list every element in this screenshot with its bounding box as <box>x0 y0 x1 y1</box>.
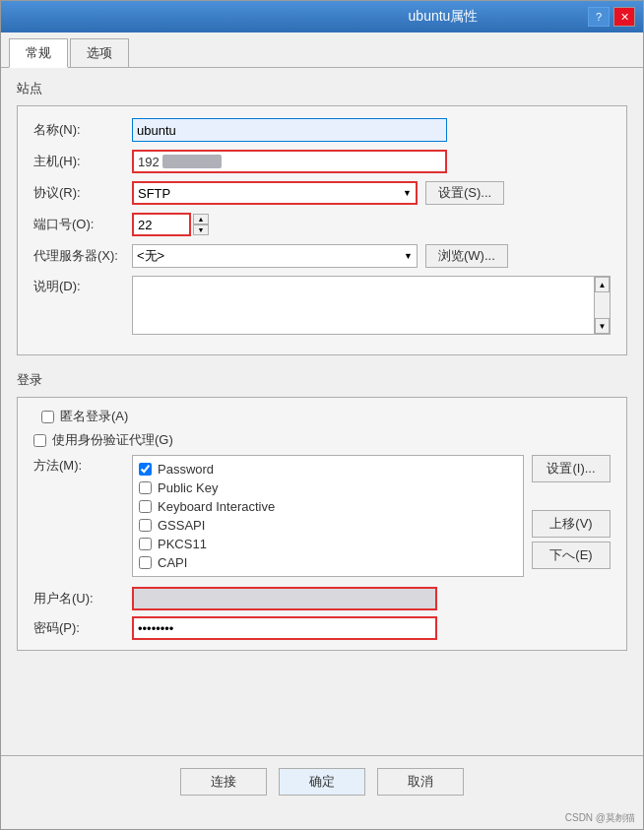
method-row: 方法(M): Password Public Key <box>33 455 611 577</box>
method-checkbox-publickey[interactable] <box>139 481 152 494</box>
method-buttons: 设置(I)... 上移(V) 下へ(E) <box>532 455 611 569</box>
watermark: CSDN @莫刎猫 <box>1 811 643 829</box>
login-section: 登录 匿名登录(A) 使用身份验证代理(G) 方法(M): <box>17 371 627 651</box>
method-item-capi: CAPI <box>137 553 519 572</box>
agent-checkbox[interactable] <box>33 434 46 447</box>
ok-button[interactable]: 确定 <box>279 768 365 796</box>
method-down-btn[interactable]: 下へ(E) <box>532 542 611 569</box>
desc-row: 说明(D): ▲ ▼ <box>33 276 611 335</box>
password-input[interactable] <box>132 616 437 640</box>
proxy-select[interactable]: <无> ▼ <box>132 244 418 268</box>
method-label-publickey: Public Key <box>158 480 218 495</box>
close-button[interactable]: ✕ <box>613 7 635 27</box>
title-bar: ubuntu属性 ? ✕ <box>1 1 643 32</box>
dialog: ubuntu属性 ? ✕ 常规 选项 站点 名称(N): <box>0 0 644 830</box>
host-ip-visible: 192 <box>138 155 160 169</box>
site-section-title: 站点 <box>17 80 627 97</box>
method-up-btn[interactable]: 上移(V) <box>532 510 611 538</box>
username-row: 用户名(U): <box>33 587 611 610</box>
method-settings-btn[interactable]: 设置(I)... <box>532 455 611 482</box>
method-area: Password Public Key Keyboard Interactive <box>132 455 611 577</box>
scroll-down-btn[interactable]: ▼ <box>595 318 610 334</box>
protocol-value: SFTP <box>138 186 170 201</box>
method-item-pkcs11: PKCS11 <box>137 535 519 553</box>
browse-button[interactable]: 浏览(W)... <box>425 244 508 268</box>
tab-general[interactable]: 常规 <box>9 38 68 68</box>
tab-options[interactable]: 选项 <box>70 38 129 67</box>
method-label-keyboard: Keyboard Interactive <box>158 499 275 514</box>
method-label-password: Password <box>158 462 214 477</box>
port-wrapper: ▲ ▼ <box>132 213 209 236</box>
username-label: 用户名(U): <box>33 590 132 607</box>
method-checkbox-keyboard[interactable] <box>139 500 152 513</box>
method-checkbox-pkcs11[interactable] <box>139 538 152 550</box>
port-label: 端口号(O): <box>33 216 132 233</box>
title-bar-buttons: ? ✕ <box>588 7 635 27</box>
anon-label: 匿名登录(A) <box>60 408 128 425</box>
dialog-title: ubuntu属性 <box>298 8 588 26</box>
method-checkbox-password[interactable] <box>139 463 152 476</box>
spin-up[interactable]: ▲ <box>193 214 209 224</box>
desc-scrollbar: ▲ ▼ <box>594 277 610 334</box>
port-input[interactable] <box>132 213 191 236</box>
method-item-gssapi: GSSAPI <box>137 516 519 535</box>
name-input[interactable] <box>132 118 447 142</box>
desc-area: ▲ ▼ <box>132 276 611 335</box>
method-label: 方法(M): <box>33 455 132 475</box>
dialog-content: 站点 名称(N): 主机(H): 192 协议(R): <box>1 68 643 755</box>
spin-buttons: ▲ ▼ <box>193 214 209 235</box>
method-label-capi: CAPI <box>158 555 187 570</box>
protocol-row: 协议(R): SFTP ▼ 设置(S)... <box>33 181 611 205</box>
connect-button[interactable]: 连接 <box>180 768 267 796</box>
desc-label: 说明(D): <box>33 276 132 295</box>
name-row: 名称(N): <box>33 118 611 142</box>
password-row: 密码(P): <box>33 616 611 640</box>
site-section: 站点 名称(N): 主机(H): 192 协议(R): <box>17 80 627 355</box>
agent-row: 使用身份验证代理(G) <box>33 431 611 449</box>
method-label-pkcs11: PKCS11 <box>158 537 207 551</box>
settings-button[interactable]: 设置(S)... <box>425 181 504 205</box>
method-item-keyboard: Keyboard Interactive <box>137 497 519 516</box>
desc-textarea-wrapper: ▲ ▼ <box>132 276 611 335</box>
protocol-label: 协议(R): <box>33 184 132 202</box>
name-label: 名称(N): <box>33 121 132 139</box>
proxy-row: 代理服务器(X): <无> ▼ 浏览(W)... <box>33 244 611 268</box>
method-list: Password Public Key Keyboard Interactive <box>132 455 524 577</box>
protocol-arrow: ▼ <box>403 188 412 198</box>
host-label: 主机(H): <box>33 153 132 170</box>
method-checkbox-capi[interactable] <box>139 556 152 569</box>
method-checkbox-gssapi[interactable] <box>139 519 152 532</box>
host-row: 主机(H): 192 <box>33 150 611 173</box>
site-section-box: 名称(N): 主机(H): 192 协议(R): SFTP ▼ <box>17 105 627 355</box>
proxy-label: 代理服务器(X): <box>33 247 132 265</box>
port-row: 端口号(O): ▲ ▼ <box>33 213 611 236</box>
desc-textarea[interactable] <box>133 277 594 334</box>
proxy-arrow: ▼ <box>404 251 413 261</box>
host-input-wrapper: 192 <box>132 150 447 173</box>
help-button[interactable]: ? <box>588 7 610 27</box>
method-item-password: Password <box>137 460 519 479</box>
spin-down[interactable]: ▼ <box>193 224 209 235</box>
proxy-value: <无> <box>137 247 164 265</box>
anon-checkbox[interactable] <box>41 411 54 423</box>
agent-label: 使用身份验证代理(G) <box>52 431 173 449</box>
login-section-title: 登录 <box>17 371 627 389</box>
protocol-select[interactable]: SFTP ▼ <box>132 181 418 205</box>
scroll-up-btn[interactable]: ▲ <box>595 277 610 292</box>
username-input[interactable] <box>132 587 437 610</box>
login-box: 匿名登录(A) 使用身份验证代理(G) 方法(M): Password <box>17 397 627 651</box>
tab-bar: 常规 选项 <box>1 32 643 68</box>
method-label-gssapi: GSSAPI <box>158 518 205 533</box>
host-ip-masked <box>162 155 222 168</box>
anon-row: 匿名登录(A) <box>41 408 611 425</box>
method-item-publickey: Public Key <box>137 479 519 497</box>
password-label: 密码(P): <box>33 619 132 637</box>
cancel-button[interactable]: 取消 <box>377 768 464 796</box>
dialog-footer: 连接 确定 取消 <box>1 755 643 811</box>
